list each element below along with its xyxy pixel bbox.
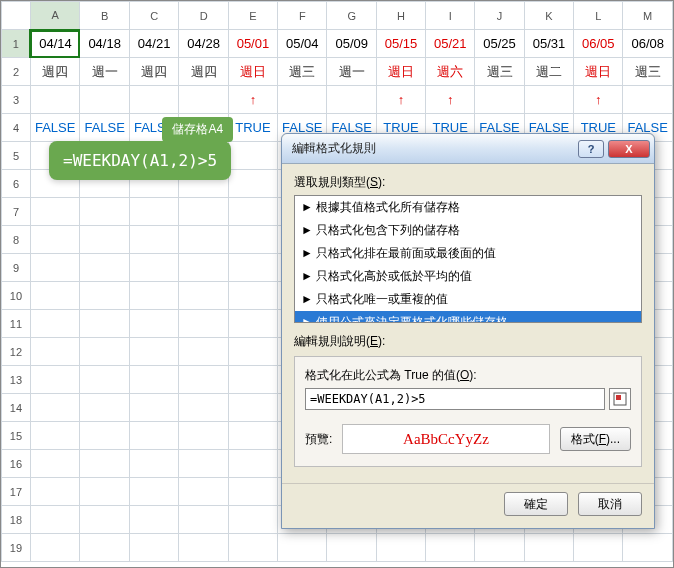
cell-I19[interactable] <box>426 534 475 562</box>
cell-A12[interactable] <box>30 338 79 366</box>
cell-D11[interactable] <box>179 310 228 338</box>
cell-A14[interactable] <box>30 394 79 422</box>
cell-F19[interactable] <box>278 534 327 562</box>
ok-button[interactable]: 確定 <box>504 492 568 516</box>
col-header-E[interactable]: E <box>228 2 277 30</box>
cell-B19[interactable] <box>80 534 129 562</box>
cell-G2[interactable]: 週一 <box>327 58 376 86</box>
cell-D13[interactable] <box>179 366 228 394</box>
row-header-2[interactable]: 2 <box>2 58 31 86</box>
cell-A11[interactable] <box>30 310 79 338</box>
cell-A1[interactable]: 04/14 <box>30 30 79 58</box>
row-header-10[interactable]: 10 <box>2 282 31 310</box>
cell-E11[interactable] <box>228 310 277 338</box>
cell-I3[interactable]: ↑ <box>426 86 475 114</box>
cell-A16[interactable] <box>30 450 79 478</box>
cell-B9[interactable] <box>80 254 129 282</box>
cell-D12[interactable] <box>179 338 228 366</box>
cell-I1[interactable]: 05/21 <box>426 30 475 58</box>
cell-M2[interactable]: 週三 <box>623 58 673 86</box>
row-header-16[interactable]: 16 <box>2 450 31 478</box>
cell-A7[interactable] <box>30 198 79 226</box>
cell-A17[interactable] <box>30 478 79 506</box>
row-header-9[interactable]: 9 <box>2 254 31 282</box>
row-header-17[interactable]: 17 <box>2 478 31 506</box>
cell-C7[interactable] <box>129 198 178 226</box>
cell-M3[interactable] <box>623 86 673 114</box>
cell-C10[interactable] <box>129 282 178 310</box>
cell-B3[interactable] <box>80 86 129 114</box>
row-header-5[interactable]: 5 <box>2 142 31 170</box>
cell-J3[interactable] <box>475 86 524 114</box>
row-header-6[interactable]: 6 <box>2 170 31 198</box>
rule-option-2[interactable]: 只格式化排在最前面或最後面的值 <box>295 242 641 265</box>
cell-E19[interactable] <box>228 534 277 562</box>
cell-E1[interactable]: 05/01 <box>228 30 277 58</box>
cell-D17[interactable] <box>179 478 228 506</box>
cell-D10[interactable] <box>179 282 228 310</box>
cell-H3[interactable]: ↑ <box>376 86 425 114</box>
cell-A10[interactable] <box>30 282 79 310</box>
cell-C3[interactable] <box>129 86 178 114</box>
titlebar[interactable]: 編輯格式化規則 ? X <box>282 134 654 164</box>
cell-C17[interactable] <box>129 478 178 506</box>
cell-L1[interactable]: 06/05 <box>574 30 623 58</box>
row-header-13[interactable]: 13 <box>2 366 31 394</box>
cell-A15[interactable] <box>30 422 79 450</box>
cell-A18[interactable] <box>30 506 79 534</box>
cell-J2[interactable]: 週三 <box>475 58 524 86</box>
rule-option-1[interactable]: 只格式化包含下列的儲存格 <box>295 219 641 242</box>
cell-E16[interactable] <box>228 450 277 478</box>
cell-C16[interactable] <box>129 450 178 478</box>
cell-E15[interactable] <box>228 422 277 450</box>
col-header-D[interactable]: D <box>179 2 228 30</box>
cell-L19[interactable] <box>574 534 623 562</box>
cell-E3[interactable]: ↑ <box>228 86 277 114</box>
row-header-1[interactable]: 1 <box>2 30 31 58</box>
col-header-I[interactable]: I <box>426 2 475 30</box>
cell-B12[interactable] <box>80 338 129 366</box>
cell-E6[interactable] <box>228 170 277 198</box>
rule-option-4[interactable]: 只格式化唯一或重複的值 <box>295 288 641 311</box>
formula-input[interactable] <box>305 388 605 410</box>
cell-J19[interactable] <box>475 534 524 562</box>
rule-type-list[interactable]: 根據其值格式化所有儲存格只格式化包含下列的儲存格只格式化排在最前面或最後面的值只… <box>294 195 642 323</box>
cell-B18[interactable] <box>80 506 129 534</box>
cell-H1[interactable]: 05/15 <box>376 30 425 58</box>
cancel-button[interactable]: 取消 <box>578 492 642 516</box>
range-picker-icon[interactable] <box>609 388 631 410</box>
cell-F1[interactable]: 05/04 <box>278 30 327 58</box>
cell-A4[interactable]: FALSE <box>30 114 79 142</box>
col-header-F[interactable]: F <box>278 2 327 30</box>
cell-E18[interactable] <box>228 506 277 534</box>
help-button[interactable]: ? <box>578 140 604 158</box>
cell-A3[interactable] <box>30 86 79 114</box>
row-header-11[interactable]: 11 <box>2 310 31 338</box>
cell-L3[interactable]: ↑ <box>574 86 623 114</box>
row-header-18[interactable]: 18 <box>2 506 31 534</box>
col-header-B[interactable]: B <box>80 2 129 30</box>
cell-B2[interactable]: 週一 <box>80 58 129 86</box>
cell-D8[interactable] <box>179 226 228 254</box>
cell-D14[interactable] <box>179 394 228 422</box>
cell-D15[interactable] <box>179 422 228 450</box>
cell-D18[interactable] <box>179 506 228 534</box>
col-header-J[interactable]: J <box>475 2 524 30</box>
cell-C1[interactable]: 04/21 <box>129 30 178 58</box>
cell-C9[interactable] <box>129 254 178 282</box>
rule-option-5[interactable]: 使用公式來決定要格式化哪些儲存格 <box>295 311 641 323</box>
row-header-19[interactable]: 19 <box>2 534 31 562</box>
cell-F3[interactable] <box>278 86 327 114</box>
cell-B15[interactable] <box>80 422 129 450</box>
cell-D3[interactable] <box>179 86 228 114</box>
cell-J1[interactable]: 05/25 <box>475 30 524 58</box>
row-header-3[interactable]: 3 <box>2 86 31 114</box>
row-header-4[interactable]: 4 <box>2 114 31 142</box>
cell-E5[interactable] <box>228 142 277 170</box>
cell-D16[interactable] <box>179 450 228 478</box>
cell-A8[interactable] <box>30 226 79 254</box>
cell-L2[interactable]: 週日 <box>574 58 623 86</box>
col-header-H[interactable]: H <box>376 2 425 30</box>
cell-A13[interactable] <box>30 366 79 394</box>
cell-G1[interactable]: 05/09 <box>327 30 376 58</box>
